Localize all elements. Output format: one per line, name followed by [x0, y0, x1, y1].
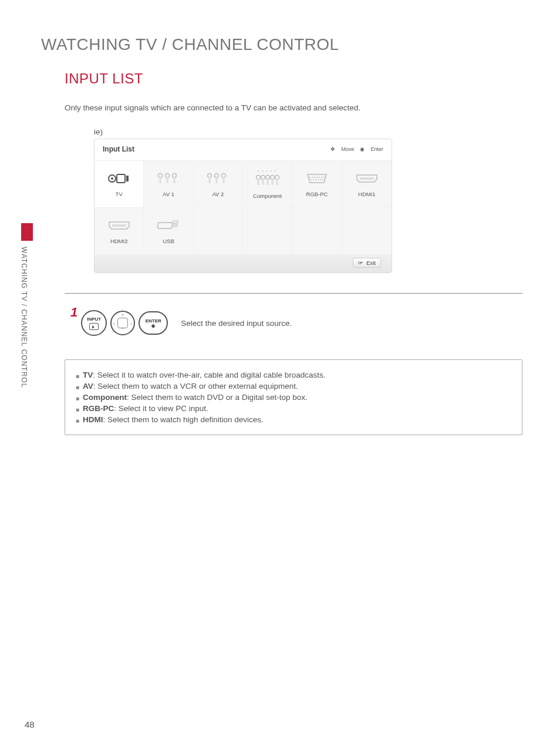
svg-point-20: [265, 176, 269, 180]
dpad-remote-button[interactable]: ˄ ˅ ‹ ›: [110, 311, 135, 335]
input-label: HDMI2: [110, 238, 128, 244]
chevron-down-icon: ˅: [122, 327, 124, 332]
svg-rect-19: [262, 179, 264, 185]
input-descriptions-box: ■TV: Select it to watch over-the-air, ca…: [65, 359, 522, 435]
svg-point-35: [315, 179, 316, 180]
divider: [65, 293, 522, 294]
svg-point-14: [222, 174, 226, 178]
enter-dot-icon: ◉: [151, 324, 155, 328]
svg-rect-39: [360, 177, 374, 180]
svg-point-16: [256, 176, 260, 180]
svg-point-22: [270, 176, 274, 180]
svg-rect-13: [216, 177, 218, 183]
input-label: AV 1: [163, 191, 174, 197]
svg-point-12: [215, 174, 219, 178]
input-label: TV: [116, 191, 123, 197]
input-label: Component: [253, 193, 282, 199]
svg-point-24: [275, 176, 279, 180]
rca3-icon: [205, 171, 231, 186]
svg-rect-23: [271, 179, 273, 185]
panel-header: Input List ✥ Move ◉ Enter: [95, 139, 392, 161]
hdmi-icon: [106, 218, 132, 233]
input-list-panel: Input List ✥ Move ◉ Enter TVAV 1AV 2• • …: [94, 139, 392, 273]
input-cell: [194, 208, 243, 255]
chevron-left-icon: ‹: [113, 321, 115, 327]
input-remote-button[interactable]: INPUT: [81, 310, 107, 336]
enter-remote-button[interactable]: ENTER ◉: [139, 311, 168, 335]
input-cell[interactable]: AV 2: [194, 161, 243, 208]
description-text: RGB-PC: Select it to view PC input.: [83, 404, 208, 413]
svg-rect-25: [276, 179, 278, 185]
enter-label: Enter: [370, 146, 383, 152]
description-text: AV: Select them to watch a VCR or other …: [83, 382, 298, 391]
svg-rect-5: [159, 177, 161, 183]
hdmi-icon: [354, 171, 380, 186]
enter-dot-icon: ◉: [360, 146, 365, 152]
input-cell[interactable]: HDMI1: [342, 161, 392, 208]
description-item: ■AV: Select them to watch a VCR or other…: [76, 382, 511, 391]
chevron-right-icon: ›: [131, 321, 133, 327]
usb-icon: [156, 218, 181, 233]
svg-point-10: [208, 174, 212, 178]
input-cell: [342, 208, 392, 255]
example-label: ie): [94, 127, 522, 136]
svg-rect-21: [266, 179, 268, 185]
svg-point-37: [320, 179, 321, 180]
selection-indicator: • • • • •: [258, 169, 277, 171]
description-item: ■TV: Select it to watch over-the-air, ca…: [76, 371, 511, 379]
description-item: ■Component: Select them to watch DVD or …: [76, 393, 511, 402]
svg-point-8: [172, 174, 176, 178]
input-cell[interactable]: AV 1: [144, 161, 193, 208]
step-number: 1: [70, 305, 77, 320]
description-item: ■RGB-PC: Select it to view PC input.: [76, 404, 511, 413]
input-source-icon: [89, 323, 99, 330]
exit-button[interactable]: ൙ Exit: [353, 258, 381, 268]
chevron-up-icon: ˄: [122, 314, 124, 319]
svg-point-18: [261, 176, 265, 180]
input-label: RGB-PC: [306, 191, 328, 197]
input-cell: [292, 208, 342, 255]
svg-point-36: [318, 179, 319, 180]
description-item: ■HDMI: Select them to watch high definit…: [76, 415, 511, 424]
svg-point-27: [312, 177, 313, 178]
bullet-icon: ■: [76, 406, 79, 415]
svg-point-38: [322, 179, 323, 180]
svg-rect-11: [209, 177, 211, 183]
input-label: USB: [163, 238, 174, 244]
svg-rect-43: [173, 221, 178, 223]
bullet-icon: ■: [76, 418, 79, 426]
input-cell[interactable]: • • • • •Component: [243, 161, 292, 208]
input-grid: TVAV 1AV 2• • • • •ComponentRGB-PCHDMI1H…: [95, 161, 392, 255]
svg-point-26: [309, 177, 311, 178]
side-tab: [21, 223, 33, 241]
step-row: 1 INPUT ˄ ˅ ‹ › ENTER ◉ Select the desir…: [70, 310, 522, 336]
page-number: 48: [25, 719, 35, 729]
input-button-label: INPUT: [87, 317, 101, 322]
svg-point-32: [323, 177, 325, 178]
svg-point-6: [165, 174, 169, 178]
intro-text: Only these input signals which are conne…: [65, 103, 522, 112]
enter-button-label: ENTER: [146, 318, 161, 324]
svg-point-34: [313, 179, 314, 180]
svg-rect-17: [257, 179, 259, 185]
section-title: INPUT LIST: [65, 70, 522, 87]
svg-point-33: [311, 179, 312, 180]
bullet-icon: ■: [76, 395, 79, 404]
exit-label: Exit: [366, 260, 376, 266]
move-icon: ✥: [330, 146, 335, 152]
exit-icon: ൙: [358, 260, 364, 266]
input-cell[interactable]: TV: [95, 161, 144, 208]
tv-icon: [106, 171, 132, 186]
svg-point-4: [158, 174, 162, 178]
page-title: WATCHING TV / CHANNEL CONTROL: [41, 35, 522, 54]
side-section-label: WATCHING TV / CHANNEL CONTROL: [20, 247, 28, 388]
input-cell[interactable]: HDMI2: [95, 208, 144, 255]
svg-point-28: [314, 177, 315, 178]
svg-point-29: [316, 177, 318, 178]
svg-point-1: [111, 177, 113, 180]
vga-icon: [304, 171, 330, 186]
input-cell[interactable]: USB: [144, 208, 193, 255]
input-cell[interactable]: RGB-PC: [292, 161, 342, 208]
rca5-icon: [255, 173, 281, 188]
svg-point-30: [319, 177, 320, 178]
